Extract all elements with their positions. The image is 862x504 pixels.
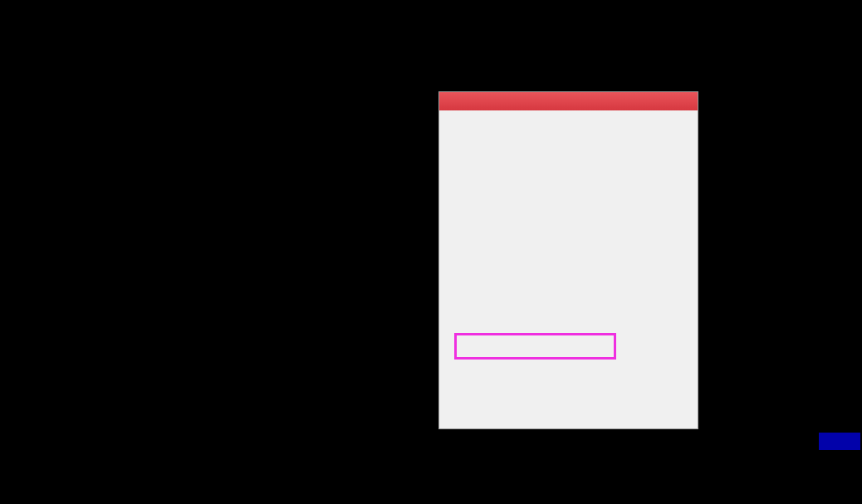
dialog-title-bar[interactable] bbox=[439, 92, 698, 110]
chart-canvas bbox=[0, 0, 862, 504]
axis-value-badge bbox=[819, 433, 860, 450]
app-window bbox=[0, 0, 862, 504]
range-stats-dialog bbox=[438, 91, 698, 429]
